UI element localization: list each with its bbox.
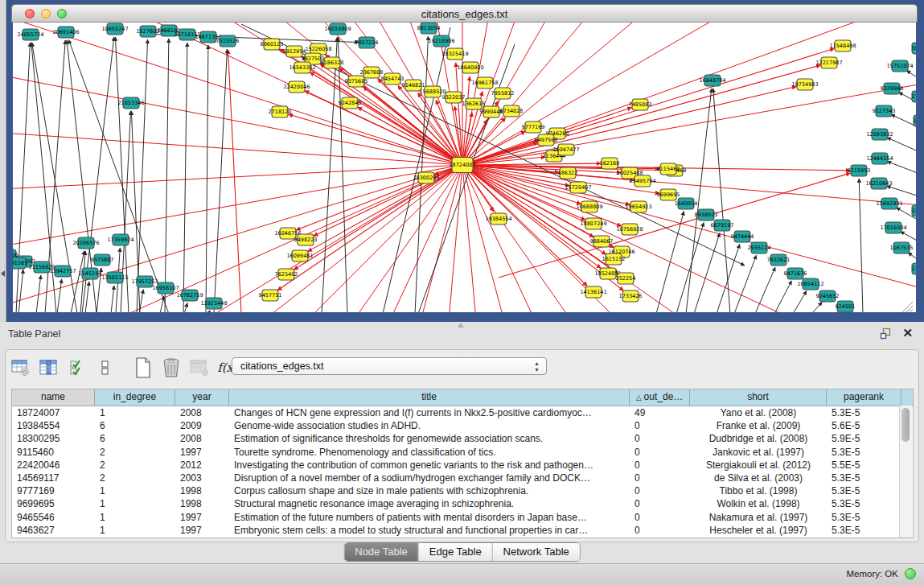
table-cell[interactable]: 1 bbox=[95, 524, 175, 537]
column-header-short[interactable]: short bbox=[690, 389, 827, 406]
network-node[interactable]: 16782759 bbox=[176, 290, 203, 301]
table-cell[interactable]: 22420046 bbox=[12, 459, 95, 472]
network-node[interactable]: 15751074 bbox=[886, 60, 913, 72]
validate-icon[interactable] bbox=[67, 357, 88, 378]
table-cell[interactable]: 9463627 bbox=[12, 524, 95, 537]
table-cell[interactable]: Tibbo et al. (1998) bbox=[690, 484, 827, 497]
network-node[interactable]: 14136141 bbox=[580, 286, 606, 298]
new-document-icon[interactable] bbox=[133, 357, 154, 378]
network-node[interactable]: 19218986 bbox=[428, 35, 454, 47]
table-cell[interactable]: 1 bbox=[95, 497, 175, 510]
network-node[interactable]: 9699695 bbox=[657, 189, 680, 200]
network-node[interactable]: 8215953 bbox=[848, 165, 871, 176]
network-node[interactable]: 11548498 bbox=[829, 40, 856, 51]
network-node[interactable]: 2718120 bbox=[269, 106, 292, 117]
network-node[interactable]: 19734983 bbox=[791, 79, 818, 90]
table-row[interactable]: 2242004622012Investigating the contribut… bbox=[12, 459, 913, 472]
table-cell[interactable]: Dudbridge et al. (2008) bbox=[690, 432, 827, 445]
table-cell[interactable]: 1 bbox=[95, 511, 175, 524]
network-node[interactable]: 8471676 bbox=[784, 268, 807, 279]
table-row[interactable]: 946362711997Embryonic stem cells: a mode… bbox=[12, 524, 913, 537]
network-window-titlebar[interactable]: citations_edges.txt bbox=[11, 4, 918, 23]
network-node[interactable]: 12630 bbox=[912, 205, 916, 216]
network-canvas[interactable]: 2405572420691406106552471527602846616010… bbox=[13, 23, 916, 312]
network-node[interactable]: 924501 bbox=[836, 301, 856, 312]
network-node[interactable]: 162160 bbox=[600, 158, 620, 169]
network-node[interactable]: 486322 bbox=[558, 167, 578, 179]
network-node[interactable]: 1145194 bbox=[79, 268, 102, 279]
network-node[interactable]: 7857224 bbox=[355, 37, 379, 48]
network-node[interactable]: 15720407 bbox=[565, 182, 591, 193]
table-cell[interactable]: 5.9E-5 bbox=[827, 432, 901, 445]
column-header-out_de[interactable]: △out_de… bbox=[630, 389, 690, 406]
table-row[interactable]: 911546021997Tourette syndrome. Phenomeno… bbox=[12, 446, 913, 459]
network-node[interactable]: 16210643 bbox=[865, 178, 892, 189]
network-node[interactable]: 391581 bbox=[13, 257, 27, 269]
table-cell[interactable]: 19384554 bbox=[12, 419, 95, 432]
network-node[interactable]: 27746 bbox=[912, 91, 916, 102]
column-header-in_degree[interactable]: in_degree bbox=[95, 389, 175, 406]
table-cell[interactable]: Genome-wide association studies in ADHD. bbox=[229, 419, 630, 432]
column-header-year[interactable]: year bbox=[175, 389, 229, 406]
table-row[interactable]: 1938455462009Genome-wide association stu… bbox=[12, 419, 913, 432]
table-row[interactable]: 1872400712008Changes of HCN gene express… bbox=[12, 406, 913, 419]
table-scrollbar-thumb[interactable] bbox=[901, 408, 910, 442]
table-cell[interactable]: 0 bbox=[630, 472, 690, 484]
table-cell[interactable]: 5.3E-5 bbox=[827, 472, 901, 484]
table-cell[interactable]: 9699695 bbox=[12, 497, 95, 510]
network-node[interactable]: 9242848 bbox=[339, 97, 362, 109]
table-cell[interactable]: 0 bbox=[630, 511, 690, 524]
network-node[interactable]: 6679197 bbox=[711, 220, 734, 231]
network-node[interactable]: 7955812 bbox=[491, 88, 515, 99]
network-node[interactable]: 19654923 bbox=[625, 201, 651, 212]
network-node[interactable]: 16648784 bbox=[699, 75, 725, 86]
column-header-title[interactable]: title bbox=[229, 389, 630, 406]
table-cell[interactable]: 6 bbox=[95, 419, 175, 432]
expand-panel-arrow-icon[interactable] bbox=[1, 270, 5, 277]
table-row[interactable]: 977716911998Corpus callosum shape and si… bbox=[12, 484, 913, 497]
network-node[interactable]: 9474444 bbox=[731, 231, 754, 242]
table-cell[interactable]: 2008 bbox=[175, 432, 229, 445]
network-node[interactable]: 9375887 bbox=[91, 254, 114, 266]
network-node[interactable]: 10655247 bbox=[101, 23, 128, 35]
table-cell[interactable]: 9777169 bbox=[12, 484, 95, 497]
table-cell[interactable]: Hescheler et al. (1997) bbox=[690, 524, 827, 537]
network-node[interactable]: 9329966 bbox=[881, 83, 904, 94]
table-cell[interactable]: 9115460 bbox=[12, 446, 95, 459]
panel-resize-grip[interactable] bbox=[458, 323, 464, 328]
network-node[interactable]: 9884067 bbox=[590, 236, 614, 247]
table-cell[interactable]: 1 bbox=[95, 406, 175, 419]
table-cell[interactable]: Nakamura et al. (1997) bbox=[690, 511, 827, 524]
table-cell[interactable]: 5.3E-5 bbox=[827, 446, 901, 459]
table-cell[interactable]: 5.3E-5 bbox=[827, 524, 901, 537]
row-height-icon[interactable] bbox=[95, 357, 116, 378]
network-node[interactable]: 20691406 bbox=[52, 27, 79, 38]
table-cell[interactable]: 1 bbox=[95, 484, 175, 497]
tab-node-table[interactable]: Node Table bbox=[344, 543, 419, 561]
table-cell[interactable]: 2003 bbox=[175, 472, 229, 484]
network-node[interactable]: 8960123 bbox=[261, 39, 284, 50]
table-cell[interactable]: 18724007 bbox=[12, 406, 95, 419]
table-settings-icon[interactable] bbox=[10, 357, 31, 378]
network-node[interactable]: 8938923 bbox=[695, 209, 718, 220]
table-cell[interactable]: 0 bbox=[630, 419, 690, 432]
column-header-name[interactable]: name bbox=[12, 389, 95, 406]
table-cell[interactable]: Estimation of significance thresholds fo… bbox=[229, 432, 630, 445]
table-cell[interactable]: 1997 bbox=[175, 511, 229, 524]
table-cell[interactable]: 2 bbox=[95, 446, 175, 459]
table-cell[interactable]: 9465546 bbox=[12, 511, 95, 524]
network-node[interactable]: 10654112 bbox=[797, 278, 823, 290]
network-node[interactable]: 18724007 bbox=[449, 158, 475, 173]
table-cell[interactable]: Corpus callosum shape and size in male p… bbox=[229, 484, 630, 497]
memory-status-dot[interactable] bbox=[905, 568, 916, 579]
network-node[interactable]: 9115460 bbox=[657, 163, 680, 175]
table-cell[interactable]: 1998 bbox=[175, 484, 229, 497]
table-row[interactable]: 969969511998Structural magnetic resonanc… bbox=[12, 497, 913, 510]
table-cell[interactable]: Structural magnetic resonance image aver… bbox=[229, 497, 630, 510]
network-node[interactable]: 7625402 bbox=[275, 269, 298, 280]
table-row[interactable]: 1456911722003Disruption of a novel membe… bbox=[12, 472, 913, 484]
table-cell[interactable]: Stergiakouli et al. (2012) bbox=[690, 459, 827, 472]
table-cell[interactable]: 5.3E-5 bbox=[827, 511, 901, 524]
network-node[interactable]: 17359924 bbox=[107, 234, 133, 245]
table-cell[interactable]: 5.5E-5 bbox=[827, 459, 901, 472]
